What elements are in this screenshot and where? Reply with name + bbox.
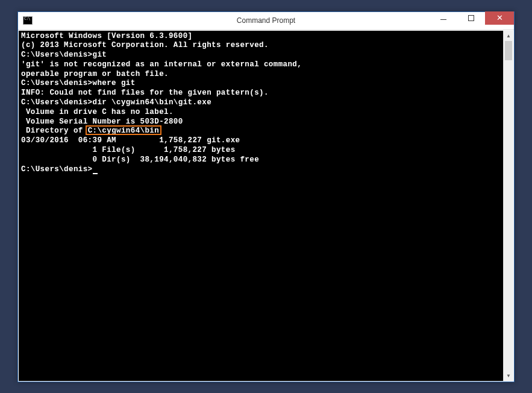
console-output[interactable]: Microsoft Windows [Version 6.3.9600](c) … [19, 31, 503, 381]
output-line: (c) 2013 Microsoft Corporation. All righ… [21, 41, 501, 51]
chevron-down-icon: ▼ [506, 373, 511, 379]
scrollbar-thumb[interactable] [505, 41, 512, 60]
chevron-up-icon: ▲ [506, 33, 511, 39]
output-line: 03/30/2016 06:39 AM 1,758,227 git.exe [21, 136, 501, 146]
scrollbar-track[interactable] [504, 41, 513, 371]
highlighted-path: C:\cygwin64\bin [88, 127, 160, 135]
prompt-line: C:\Users\denis>dir \cygwin64\bin\git.exe [21, 98, 501, 108]
prompt-line: C:\Users\denis> [21, 165, 501, 175]
close-button[interactable]: ✕ [485, 11, 514, 25]
output-line: 1 File(s) 1,758,227 bytes [21, 146, 501, 156]
output-line: Directory of C:\cygwin64\bin [21, 127, 501, 136]
cmd-icon: C:\ [23, 16, 33, 25]
output-line: Volume Serial Number is 503D-2800 [21, 118, 501, 127]
command-prompt-window: C:\ Command Prompt ✕ Microsoft Windows [… [17, 11, 515, 382]
window-controls: ✕ [430, 12, 514, 30]
output-line: Volume in drive C has no label. [21, 108, 501, 118]
output-line: 'git' is not recognized as an internal o… [21, 60, 501, 70]
vertical-scrollbar[interactable]: ▲ ▼ [503, 31, 513, 381]
scroll-up-button[interactable]: ▲ [504, 31, 513, 41]
maximize-button[interactable] [457, 11, 485, 25]
output-line: 0 Dir(s) 38,194,040,832 bytes free [21, 156, 501, 165]
maximize-icon [468, 15, 474, 21]
prompt-line: C:\Users\denis>where git [21, 79, 501, 89]
scroll-down-button[interactable]: ▼ [504, 371, 513, 381]
output-line: operable program or batch file. [21, 70, 501, 80]
dir-prefix: Directory of [21, 127, 88, 135]
prompt-text: C:\Users\denis> [21, 165, 93, 174]
minimize-button[interactable] [430, 11, 457, 25]
close-icon: ✕ [496, 14, 503, 22]
console-area: Microsoft Windows [Version 6.3.9600](c) … [18, 30, 514, 382]
prompt-line: C:\Users\denis>git [21, 51, 501, 60]
minimize-icon [440, 19, 446, 20]
output-line: INFO: Could not find files for the given… [21, 89, 501, 98]
titlebar[interactable]: C:\ Command Prompt ✕ [18, 12, 514, 30]
output-line: Microsoft Windows [Version 6.3.9600] [21, 32, 501, 42]
cursor-icon [93, 173, 98, 174]
